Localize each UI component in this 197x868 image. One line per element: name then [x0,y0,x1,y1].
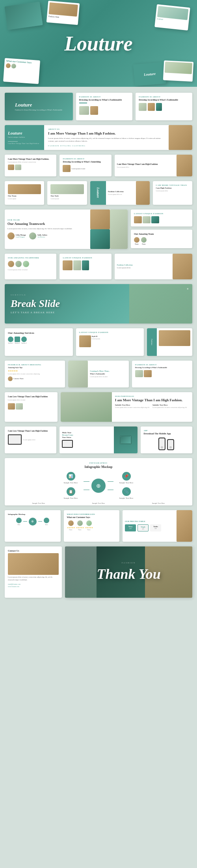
infographic-icon-2: 📋 [67,487,75,496]
feedback-label3: Fashion Is About [135,364,189,366]
infographic-sm-title: Infographic Mockup [8,513,58,515]
slide-col-small: Latest Unique Fashion Our Amazing Team N… [131,210,192,248]
connector-4 [108,490,113,490]
slide-fashion-1: Fashion Is About Dressing According to W… [76,93,133,120]
hero-title: Louture [64,32,132,55]
r3-title2: Our Style [50,195,84,197]
sm-fashion-label: Latest Unique Fashion [134,213,189,215]
infographic-item-3: 📌 Sample Text Here [115,472,137,485]
member2-name: Sally Julien [37,234,47,236]
infographic-title: Infographic Mockup [9,465,188,469]
about-brand: Louture [8,131,41,135]
feedback-label1: Feedback About Dressing [8,364,62,366]
slide-feedback-2: Coming Is More Than.. What's Fashionable… [68,361,128,387]
slide-row-7: Feedback About Dressing Amazing Style Ti… [5,361,192,387]
slide-app-download: App Download The Mobile App [141,427,192,453]
slide-fashion-col: Fashion [147,328,192,356]
slide-pricing: OUR PRICING TABLE Tussy $29 Triple $49 T… [123,510,192,542]
slide-sm-3: I am More Vintage Than I am High Fashion… [115,155,192,176]
portfolio-title: I am More Vintage Than I am High Fashion… [115,398,189,402]
about-left-panel: Louture Latest unique fashion I am More … [5,125,44,150]
slide-about: Louture Latest unique fashion I am More … [5,125,192,150]
slide-row-10: Infographic Mockup Text ⊕ Text [5,510,192,542]
device-promo-tablet [62,440,73,448]
break-bg-overlay [129,284,192,324]
fashion-label-2: Fashion Is About [139,96,189,98]
infographic-label-1: Sample Text Here [64,482,78,485]
connector-3 [108,481,113,482]
r3-body4: Lorem ipsum dolor [156,190,189,192]
team-label: OUR TEAM [7,219,87,221]
member1-name: Lilia Monge [16,234,26,236]
device-promo-line3: True Sister [62,436,111,438]
plan-1: Tussy [128,526,133,528]
fashion-latest-label: Latest Unique Fashion [63,257,108,259]
app-tablet-title: I am Less Vintage Than I am High Fashion [8,430,53,432]
slides-container: Louture Fashion Is About Dressing Accord… [0,87,197,604]
slide-device-promo: Make Your Dream Come True Sister [59,427,137,453]
cover-title: Louture [15,102,63,108]
slide-thankyou: FASHION Thank You [65,546,192,598]
slide-teamwork: Our Amazing Teamwork Lorem ipsum dolor s… [5,254,56,279]
slide-row-3: Our Team Lorem ipsum Our Style Lorem ips… [5,181,192,205]
about-left-text: Latest unique fashion [8,136,41,139]
slide-feedback-3: Fashion Is About Dressing According to W… [132,361,192,387]
slide-row-8: I am Less Vintage Than I am High Fashion… [5,392,192,422]
contact-email: email@louture.com [8,583,59,585]
r3-label4: I am More Vintage Than [156,184,189,186]
customer-says-title: What our Customer Says [67,516,117,518]
member2-role: Art Director [37,236,47,238]
sm1-title: I am More Vintage Than I am High Fashion… [8,158,53,161]
subtitle2: Subtitle Text Here [152,404,187,406]
infographic-icon-4: 📎 [122,487,131,496]
slide-contact: Contact Us Lorem ipsum dolor sit amet, c… [5,546,62,598]
fashion-label: Fashion Is About [79,96,130,98]
team-body: Lorem ipsum dolor sit amet, consectetur … [7,228,87,230]
about-image [169,125,192,150]
about-side-label: I am More Vintage Than I am High Fashion [8,142,41,144]
portfolio-img [61,392,112,422]
slide-infographic: INFOGRAPHIC Infographic Mockup 📊 Sample … [5,458,192,505]
about-right-panel: ABOUT US I am More Vintage Than I am Hig… [44,125,169,150]
tablet-mockup [8,434,22,445]
r3-body3: Lorem ipsum dolor sit [108,193,134,195]
slide-row-4: OUR TEAM Our Amazing Teamwork Lorem ipsu… [5,210,192,249]
app-title: Download The Mobile App [144,432,189,435]
contact-title: Contact Us [8,550,59,552]
fashion-title: Dressing According to What's Fashionable [79,99,130,101]
portfolio-content: OUR PORTFOLIO I am More Vintage Than I a… [112,392,192,422]
hero-card-4: What our Customer Says [3,58,40,84]
slide-r3-1: Our Team Lorem ipsum [5,181,44,205]
infographic-item-1: 📊 Sample Text Here [60,472,82,485]
break-label: SUBTITLE [11,294,60,296]
customer-says-label: WHAT OUR CUSTOMER SAYS [67,513,117,515]
team-title: Our Amazing Teamwork [7,222,87,226]
about-body: Lorem ipsum dolor sit amet, consectetur … [48,137,165,143]
fashion-title-2: Dressing According to What's Fashionable [139,99,189,101]
slide-sm-1: I am More Vintage Than I am High Fashion… [5,155,56,176]
break-subtitle: LET'S TAKE A BREAK HERE [11,311,60,314]
thankyou-img-left [65,546,97,598]
team-img-2 [110,210,128,249]
slide-portfolio: OUR PORTFOLIO I am More Vintage Than I a… [61,392,192,422]
feedback-body2: Lorem ipsum dolor sit amet [90,376,126,378]
feedback-label2: Coming Is More Than.. [90,370,126,372]
member1-role: Lead Designer [16,236,26,238]
app-tablet-body: Lorem ipsum dolor [23,439,35,441]
pricing-label: OUR PRICING TABLE [125,520,174,522]
slide-cover: Louture Fashion Is About Dressing Accord… [5,93,73,120]
about-title: I am More Vintage Than I am High Fashion… [48,131,165,136]
infographic-label-2: Sample Text Here [64,497,78,500]
slide-r3-3: Louture Fashion Collection Lorem ipsum d… [90,181,150,205]
feedback-title3: Dressing According to What's Fashionable [135,367,189,369]
teamwork-label: Our Amazing Teamwork [8,257,53,259]
vintage-title1: I am Less Vintage Than I am High Fashion [8,395,54,398]
slide-team-big: OUR TEAM Our Amazing Teamwork Lorem ipsu… [5,210,128,249]
vintage-body1: Lorem ipsum dolor sit amet [8,399,54,401]
teamwork-body: Lorem ipsum dolor sit amet [8,269,53,271]
contact-web: www.louture.com [8,586,59,587]
slide-row-5: Our Amazing Teamwork Lorem ipsum dolor s… [5,254,192,279]
connector-2 [84,490,89,490]
sm2-label: Fashion Is About [63,158,108,160]
hero-card-2: Fashion Slide [46,1,80,25]
